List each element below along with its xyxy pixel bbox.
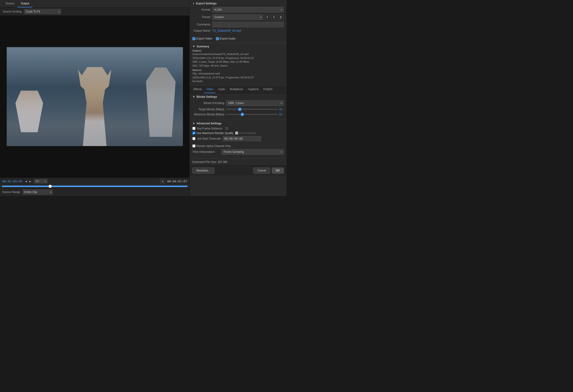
export-settings-section: Format: H.264 H.265 ProRes Preset: Custo… <box>190 7 286 36</box>
summary-output-line1: /Users/Jordan/Downloads/TS_ShakeItOff_v5… <box>192 52 284 56</box>
fit-select-wrapper: Fit 100% 50% <box>34 179 47 183</box>
export-settings-title: Export Settings <box>196 2 217 5</box>
tab-multiplexer[interactable]: Multiplexer <box>228 86 246 93</box>
use-previews-check: Use Previews <box>235 132 256 135</box>
estimated-size-label: Estimated File Size: <box>192 160 217 164</box>
bitrate-settings-label: Bitrate Settings <box>197 95 217 99</box>
tab-output[interactable]: Output <box>18 0 32 7</box>
summary-output-line4: AAC, 320 kbps, 48 kHz, Stereo <box>192 64 284 68</box>
format-label: Format: <box>192 8 211 11</box>
prev-frame-btn[interactable]: ◀ <box>24 180 28 183</box>
collapse-arrow-icon[interactable]: ▼ <box>192 2 195 5</box>
summary-source-label: Source: <box>192 69 202 71</box>
max-bitrate-slider[interactable] <box>226 114 278 115</box>
cancel-button[interactable]: Cancel <box>253 168 270 174</box>
target-bitrate-slider[interactable] <box>226 109 278 110</box>
summary-collapse-icon[interactable]: ▼ <box>192 45 195 48</box>
preset-label: Preset: <box>192 16 211 19</box>
comments-row: Comments: <box>192 22 284 27</box>
preset-save-btn[interactable]: ⬇ <box>265 15 270 20</box>
time-interpolation-label: Time Interpolation: <box>192 150 220 153</box>
bitrate-settings-section: ▼ Bitrate Settings Bitrate Encoding: VBR… <box>190 93 286 120</box>
key-frame-row: Key Frame Distance: 72 <box>192 127 284 130</box>
export-checkboxes-row: Export Video Export Audio <box>190 36 286 41</box>
tab-source[interactable]: Source <box>2 0 18 7</box>
use-max-render-quality-label: Use Maximum Render Quality <box>196 132 233 135</box>
tab-effects[interactable]: Effects <box>191 86 204 93</box>
use-max-render-quality-checkbox[interactable] <box>192 132 195 135</box>
action-buttons: Metadata... Cancel OK <box>190 166 286 175</box>
bitrate-collapse-icon[interactable]: ▼ <box>192 95 195 99</box>
export-audio-checkbox[interactable] <box>216 37 219 40</box>
key-frame-checkbox[interactable] <box>192 127 195 130</box>
timecode-current: 00:01:03:03 <box>2 180 22 183</box>
render-alpha-check: Render Alpha Channel Only <box>192 144 231 148</box>
next-frame-btn[interactable]: ▶ <box>29 180 32 183</box>
source-scaling-bar: Source Scaling: Scale To Fit Stretch to … <box>0 8 189 16</box>
summary-section: ▼ Summary Output: /Users/Jordan/Download… <box>190 43 286 86</box>
source-range-select-wrapper: Entire Clip Work Area Custom In to Out <box>23 189 53 195</box>
key-frame-value: 72 <box>225 127 228 130</box>
transport-controls: ◀ ▶ <box>24 180 32 183</box>
estimated-size-section: Estimated File Size: 297 MB <box>190 158 286 166</box>
summary-output-block: Output: /Users/Jordan/Downloads/TS_Shake… <box>192 49 284 68</box>
set-start-timecode-checkbox[interactable] <box>192 137 195 140</box>
tab-video[interactable]: Video <box>204 86 215 93</box>
comments-input[interactable] <box>212 22 284 27</box>
max-bitrate-row: Maximum Bitrate [Mbps]: 12 <box>192 113 284 116</box>
summary-output-line3: VBR, 2 pass, Target 10.00 Mbps, Max 12.0… <box>192 60 284 64</box>
target-bitrate-row: Target Bitrate [Mbps]: 10 <box>192 108 284 111</box>
source-range-select[interactable]: Entire Clip Work Area Custom In to Out <box>23 189 53 195</box>
max-bitrate-label: Maximum Bitrate [Mbps]: <box>192 113 225 116</box>
start-timecode-input[interactable] <box>223 136 261 141</box>
render-quality-check: Use Maximum Render Quality <box>192 132 233 135</box>
timeline-track[interactable] <box>2 186 188 187</box>
key-frame-label: Key Frame Distance: <box>197 127 223 130</box>
metadata-button[interactable]: Metadata... <box>192 168 214 174</box>
export-video-item: Export Video <box>192 37 212 40</box>
use-previews-label: Use Previews <box>239 132 256 135</box>
preset-row: Preset: Custom Match Source YouTube 1080… <box>192 14 284 20</box>
divider-1 <box>190 42 286 42</box>
output-name-link[interactable]: TS_ShakeItOff_v5.mp4 <box>212 29 241 32</box>
time-interpolation-row: Time Interpolation: Frame Sampling Frame… <box>192 149 284 155</box>
video-preview <box>0 16 189 177</box>
use-previews-checkbox[interactable] <box>235 132 238 135</box>
preset-select[interactable]: Custom Match Source YouTube 1080p <box>212 14 263 20</box>
format-select[interactable]: H.264 H.265 ProRes <box>212 7 284 13</box>
target-bitrate-label: Target Bitrate [Mbps]: <box>192 108 225 111</box>
export-video-checkbox[interactable] <box>192 37 195 40</box>
summary-source-line1: Clip, videoplayback.mp4 <box>192 72 284 76</box>
tab-publish[interactable]: Publish <box>261 86 275 93</box>
ok-button[interactable]: OK <box>272 168 284 174</box>
bitrate-encoding-select[interactable]: VBR, 2 pass VBR, 1 pass CBR <box>226 100 284 106</box>
render-alpha-label: Render Alpha Channel Only <box>196 144 231 148</box>
comments-label: Comments: <box>192 23 211 26</box>
preset-import-btn[interactable]: ⬆ <box>271 15 277 20</box>
time-interpolation-select[interactable]: Frame Sampling Frame Blending Optical Fl… <box>221 149 284 155</box>
source-scaling-select[interactable]: Scale To Fit Stretch to Fill Scale to Fi… <box>24 9 61 14</box>
summary-source-line2: 1920x1080 (1.0), 23.976 fps, Progressive… <box>192 76 284 80</box>
source-scaling-select-wrapper: Scale To Fit Stretch to Fill Scale to Fi… <box>24 9 61 14</box>
controls-bar: 00:01:03:03 ◀ ▶ Fit 100% 50% ⊞ 00:04:01:… <box>0 177 189 185</box>
fullscreen-btn[interactable]: ⊞ <box>160 179 165 183</box>
export-settings-header: ▼ Export Settings <box>190 0 286 7</box>
export-audio-item: Export Audio <box>216 37 236 40</box>
source-scaling-label: Source Scaling: <box>3 10 22 13</box>
timeline-thumb[interactable] <box>49 185 52 188</box>
advanced-settings-label: Advanced Settings <box>197 122 221 125</box>
fit-select[interactable]: Fit 100% 50% <box>34 179 47 183</box>
max-bitrate-value: 12 <box>279 113 284 116</box>
bitrate-encoding-row: Bitrate Encoding: VBR, 2 pass VBR, 1 pas… <box>192 100 284 106</box>
summary-source-line3: No Audio <box>192 79 284 83</box>
preset-delete-btn[interactable]: 🗑 <box>278 15 284 19</box>
render-alpha-checkbox[interactable] <box>192 144 195 148</box>
tab-audio[interactable]: Audio <box>216 86 228 93</box>
advanced-collapse-icon[interactable]: ▼ <box>192 122 195 125</box>
right-panel: ▼ Export Settings Format: H.264 H.265 Pr… <box>190 0 286 196</box>
timecode-total: 00:04:01:07 <box>167 180 187 183</box>
tab-captions[interactable]: Captions <box>246 86 261 93</box>
timecode-alpha-row: Set Start Timecode Render Alpha Channel … <box>192 136 284 148</box>
summary-label: Summary <box>197 45 209 48</box>
render-quality-row: Use Maximum Render Quality Use Previews <box>192 132 284 135</box>
